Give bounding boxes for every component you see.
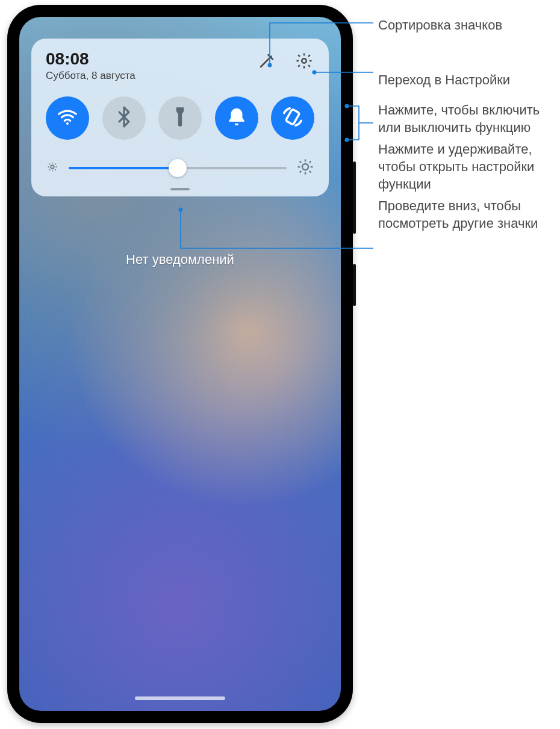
sun-big-icon <box>296 158 314 178</box>
quick-toggles-row <box>46 96 314 140</box>
brightness-slider-thumb[interactable] <box>169 159 187 177</box>
panel-header: 08:08 Суббота, 8 августа <box>46 51 314 82</box>
callout-sort-icons: Сортировка значков <box>378 17 553 34</box>
autorotate-icon <box>281 105 304 131</box>
callout-long-press: Нажмите и удерживайте, чтобы открыть нас… <box>378 141 553 193</box>
nav-gesture-bar[interactable] <box>135 696 225 700</box>
brightness-slider-fill <box>69 167 178 169</box>
bluetooth-icon <box>113 105 135 131</box>
svg-point-0 <box>302 58 306 63</box>
header-icons <box>257 51 314 71</box>
svg-point-1 <box>66 122 69 125</box>
phone-screen: 08:08 Суббота, 8 августа <box>19 17 341 711</box>
svg-rect-2 <box>285 109 299 125</box>
no-notifications-label: Нет уведомлений <box>19 252 341 268</box>
panel-drag-handle[interactable] <box>170 188 190 190</box>
brightness-row <box>46 158 314 178</box>
phone-mockup: 08:08 Суббота, 8 августа <box>7 5 353 723</box>
toggle-wifi[interactable] <box>46 96 89 140</box>
edit-icon[interactable] <box>257 51 277 71</box>
sun-small-icon <box>46 160 59 176</box>
toggle-autorotate[interactable] <box>271 96 314 140</box>
flashlight-icon <box>169 105 191 131</box>
gear-icon[interactable] <box>294 51 314 71</box>
status-time: 08:08 <box>46 51 135 67</box>
bell-icon <box>225 105 248 131</box>
toggle-flashlight[interactable] <box>158 96 202 140</box>
svg-point-3 <box>51 165 54 169</box>
status-date: Суббота, 8 августа <box>46 70 135 82</box>
callout-tap-toggle: Нажмите, чтобы включить или выключить фу… <box>378 102 553 136</box>
toggle-sound[interactable] <box>215 96 258 140</box>
svg-point-4 <box>302 164 308 170</box>
callout-swipe-down: Проведите вниз, чтобы посмотреть другие … <box>378 198 553 232</box>
clock-block: 08:08 Суббота, 8 августа <box>46 51 135 82</box>
wifi-icon <box>56 105 79 131</box>
brightness-slider[interactable] <box>69 167 287 169</box>
callouts-column: Сортировка значков Переход в Настройки Н… <box>378 17 553 245</box>
toggle-bluetooth[interactable] <box>102 96 146 140</box>
quick-settings-panel: 08:08 Суббота, 8 августа <box>31 39 329 196</box>
callout-go-settings: Переход в Настройки <box>378 72 553 89</box>
